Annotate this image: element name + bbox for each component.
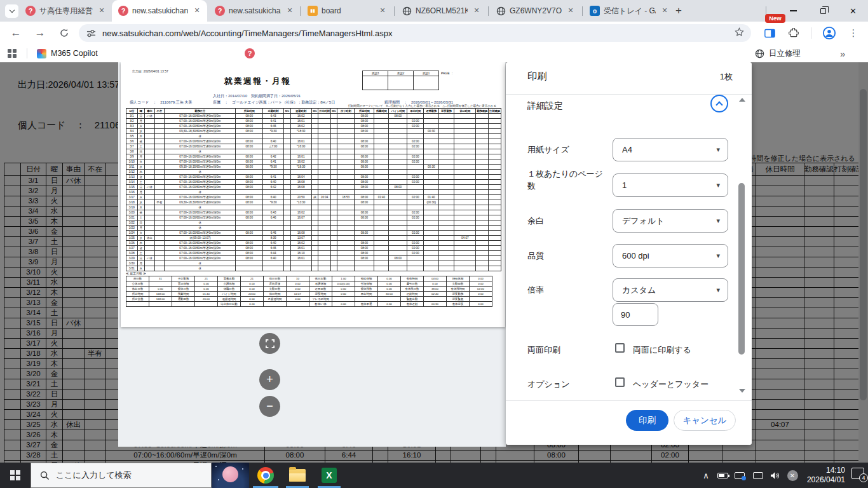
tab-gz6[interactable]: GZ6WNY2V7O4 × (489, 0, 581, 22)
bookmark-hitachi[interactable]: 日立修理 (755, 47, 801, 60)
cell (337, 154, 355, 159)
bookmark-star-icon[interactable] (734, 27, 745, 40)
cell (318, 165, 331, 170)
cell: 24:00 (241, 292, 264, 297)
url-bar[interactable]: new.satsukichan.com/web/Accounting/TimeM… (79, 24, 751, 42)
tab-board[interactable]: ▮▮ board × (301, 0, 393, 22)
cell (337, 200, 355, 205)
tab-search-chevron-icon[interactable] (5, 4, 18, 18)
cell (330, 256, 337, 261)
tab-satsukichan-active[interactable]: ? new.satsukichan × (112, 0, 207, 22)
url-text[interactable]: new.satsukichan.com/web/Accounting/TimeM… (102, 29, 392, 38)
zoom-out-button[interactable]: − (259, 396, 280, 417)
bookmark-question[interactable]: ? (245, 47, 255, 60)
tab-close-icon[interactable]: × (471, 6, 482, 16)
status-x-icon[interactable]: ✕ (784, 463, 801, 488)
tab-close-icon[interactable]: × (377, 6, 388, 16)
cell: 深夜時間 (309, 292, 332, 297)
headers-footers-checkbox[interactable] (615, 377, 625, 387)
apps-grid-icon[interactable] (8, 47, 17, 60)
cell: 勤務区分 (165, 109, 236, 114)
tab-sakoju[interactable]: ? サ高住専用経営 × (19, 0, 112, 22)
cell (284, 114, 290, 119)
tab-satsukichan-2[interactable]: ? new.satsukichan × (208, 0, 300, 22)
taskbar-chrome-icon[interactable] (250, 463, 281, 488)
margins-select[interactable]: デフォルト (613, 209, 728, 233)
cell: 火 (137, 195, 144, 200)
tray-chevron-up-icon[interactable]: ∧ (698, 463, 714, 488)
speaker-icon[interactable] (766, 463, 783, 488)
window-close-button[interactable]: ✕ (838, 0, 868, 22)
display-icon[interactable] (750, 463, 766, 488)
battery-icon[interactable] (714, 463, 731, 488)
time-text: 14:10 (807, 466, 845, 475)
notification-center-icon[interactable]: 4 (851, 468, 864, 479)
scroll-up-icon[interactable] (739, 98, 745, 102)
bookmarks-overflow-chevrons[interactable]: » (840, 47, 845, 60)
site-settings-sliders-icon[interactable] (86, 29, 96, 38)
taskbar-search-box[interactable]: ここに入力して検索 (31, 463, 212, 488)
cell (284, 256, 290, 261)
tab-close-icon[interactable]: × (566, 6, 576, 16)
new-tab-button[interactable]: + (671, 3, 686, 18)
profile-avatar-icon[interactable] (821, 25, 837, 41)
back-icon[interactable]: ← (8, 25, 24, 41)
cell: 3/11 (126, 165, 138, 170)
cell (424, 170, 439, 175)
cancel-button[interactable]: キャンセル (674, 410, 736, 431)
cell (262, 261, 283, 266)
cell: 02:00 (407, 215, 424, 220)
cell (355, 297, 378, 302)
zoom-in-button[interactable]: + (259, 369, 280, 390)
tab-close-icon[interactable]: × (97, 6, 107, 16)
bookmark-m365-copilot[interactable]: M365 Copilot (37, 47, 98, 60)
cell: 08:00 (236, 144, 263, 149)
display-share-icon[interactable] (731, 463, 749, 488)
cell (262, 134, 283, 139)
cell: 3/3 (126, 124, 138, 129)
print-button[interactable]: 印刷 (626, 410, 668, 431)
widgets-weather-button[interactable] (212, 463, 249, 488)
tab-close-icon[interactable]: × (285, 6, 295, 16)
tab-close-icon[interactable]: × (192, 6, 202, 16)
side-panel-icon[interactable] (761, 25, 778, 41)
start-button[interactable] (0, 463, 31, 488)
scale-select[interactable]: カスタム (613, 278, 728, 302)
taskbar-clock[interactable]: 14:10 2026/04/01 (807, 466, 845, 485)
cell: 0.00 (470, 281, 492, 287)
cell (439, 154, 454, 159)
window-restore-button[interactable] (808, 0, 838, 22)
cell (424, 215, 439, 220)
scroll-down-icon[interactable] (739, 389, 745, 393)
question-favicon-icon: ? (215, 6, 225, 16)
fullscreen-button[interactable] (259, 333, 280, 354)
cell: 3/23 (126, 226, 138, 231)
cell (311, 236, 318, 241)
pages-per-sheet-select[interactable]: 1 (613, 173, 728, 197)
cell (439, 165, 454, 170)
cell (355, 266, 374, 271)
cell: 6:46 (262, 246, 283, 251)
cell (389, 165, 407, 170)
pages-per-sheet-label: １枚あたりのページ数 (527, 168, 609, 192)
tab-nz6[interactable]: NZ6ORLM521KE × (395, 0, 487, 22)
collapse-advanced-button[interactable] (710, 95, 728, 112)
quality-select[interactable]: 600 dpi (613, 244, 728, 268)
taskbar-explorer-icon[interactable] (282, 463, 313, 488)
paper-size-value: A4 (622, 145, 632, 154)
cell (337, 215, 355, 220)
extensions-puzzle-icon[interactable] (785, 25, 802, 41)
reload-icon[interactable] (56, 25, 72, 41)
dialog-scrollbar-thumb[interactable] (738, 183, 745, 355)
paper-size-select[interactable]: A4 (613, 138, 728, 161)
duplex-checkbox[interactable] (615, 343, 625, 353)
tab-outlook-inbox[interactable]: o 受信トレイ - GA西 × (583, 0, 675, 22)
menu-kebab-icon[interactable]: ⋮ (845, 25, 862, 41)
cell (236, 205, 263, 210)
cell: 3/20 (126, 210, 138, 215)
scale-custom-input[interactable] (613, 303, 658, 326)
cell: 02:00 (407, 241, 424, 246)
taskbar-excel-icon[interactable]: X (314, 463, 344, 488)
forward-icon[interactable]: → (32, 25, 48, 41)
tab-close-icon[interactable]: × (660, 6, 670, 16)
